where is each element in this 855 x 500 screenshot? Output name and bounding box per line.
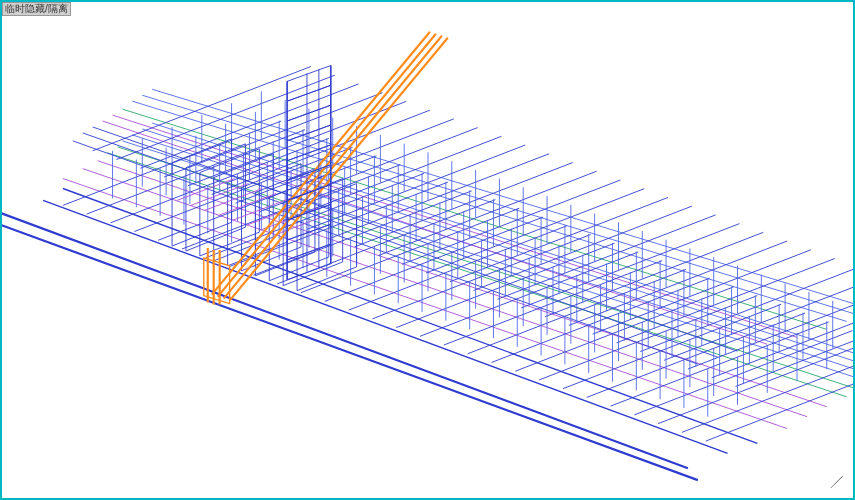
svg-line-244 [224,36,442,299]
rebar-3d-viewport[interactable] [2,2,853,498]
svg-line-0 [2,210,688,468]
rebar-drawing [2,2,853,498]
svg-line-70 [664,276,853,360]
svg-line-5 [83,169,807,417]
svg-line-14 [83,133,718,357]
svg-line-245 [230,38,448,301]
temp-hide-isolate-tag[interactable]: 临时隐藏/隔离 [2,2,71,16]
tag-label: 临时隐藏/隔离 [5,3,68,14]
svg-line-2 [43,200,727,453]
svg-line-1 [2,222,698,480]
corner-glyph [831,476,843,488]
svg-line-74 [712,293,853,377]
svg-line-16 [103,121,768,344]
